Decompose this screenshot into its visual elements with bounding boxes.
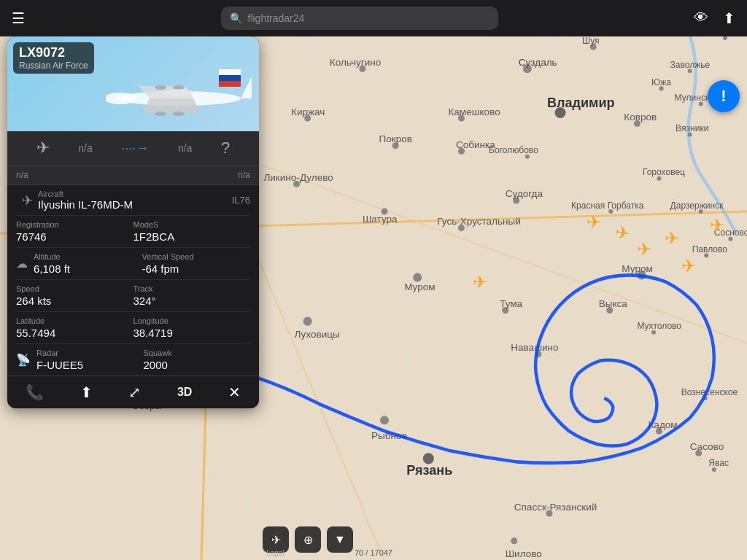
aircraft-icon: ✈ bbox=[36, 139, 50, 158]
close-button[interactable]: ✕ bbox=[228, 384, 241, 401]
svg-text:Шатура: Шатура bbox=[363, 214, 398, 225]
map-counter: 70 / 17047 bbox=[355, 548, 392, 557]
squawk-value: 2000 bbox=[144, 359, 251, 371]
svg-point-65 bbox=[413, 273, 422, 281]
track-cell: Track 324° bbox=[133, 284, 251, 307]
svg-point-153 bbox=[106, 93, 136, 104]
vspeed-label: Vertical Speed bbox=[142, 252, 251, 261]
svg-marker-155 bbox=[142, 98, 201, 113]
svg-text:Вязники: Вязники bbox=[676, 123, 708, 133]
svg-text:Навашино: Навашино bbox=[511, 342, 558, 353]
expand-icon: ⤢ bbox=[128, 384, 141, 401]
flight-panel: LX9072 Russian Air Force bbox=[7, 36, 259, 408]
modes-cell: ModeS 1F2BCA bbox=[133, 220, 251, 243]
svg-point-61 bbox=[380, 416, 389, 424]
search-text: flightradar24 bbox=[248, 12, 305, 24]
altitude-cell: Altitude 6,108 ft bbox=[34, 252, 142, 275]
svg-text:Владимир: Владимир bbox=[547, 96, 615, 110]
svg-text:Камешково: Камешково bbox=[448, 106, 500, 117]
svg-text:Гусь-Хрустальный: Гусь-Хрустальный bbox=[437, 216, 521, 227]
longitude-cell: Longitude 38.4719 bbox=[133, 316, 251, 339]
speed-cell: Speed 264 kts bbox=[16, 284, 133, 307]
svg-text:Ковров: Ковров bbox=[624, 112, 657, 122]
alert-button[interactable]: ! bbox=[708, 80, 740, 112]
svg-text:✈: ✈ bbox=[587, 212, 601, 232]
route-bar: ✈ n/a ····→ n/a ? bbox=[7, 131, 259, 166]
squawk-label: Squawk bbox=[144, 349, 251, 357]
phone-icon: 📞 bbox=[26, 384, 44, 401]
svg-point-158 bbox=[173, 112, 185, 116]
altitude-label: Altitude bbox=[34, 252, 142, 261]
share-button[interactable]: ⬆ bbox=[80, 384, 93, 401]
svg-point-59 bbox=[303, 317, 312, 326]
filter-button[interactable]: ▼ bbox=[327, 526, 353, 553]
registration-label: Registration bbox=[16, 220, 133, 229]
share-button[interactable]: ⬆ bbox=[723, 9, 735, 27]
svg-text:Луховицы: Луховицы bbox=[295, 329, 340, 340]
expand-button[interactable]: ⤢ bbox=[128, 384, 141, 401]
svg-text:Южа: Южа bbox=[651, 77, 671, 88]
data-rows: ✈ Aircraft Ilyushin IL-76MD-M IL76 Regis… bbox=[7, 185, 259, 376]
vspeed-cell: Vertical Speed -64 fpm bbox=[142, 252, 251, 275]
threed-button[interactable]: 3D bbox=[177, 386, 192, 399]
registration-row: Registration 76746 ModeS 1F2BCA bbox=[16, 216, 250, 248]
svg-point-63 bbox=[423, 453, 434, 464]
bottom-toolbar: 📞 ⬆ ⤢ 3D ✕ bbox=[7, 376, 259, 408]
radar-icon: 📡 bbox=[16, 353, 31, 367]
svg-text:Спасск-Рязанский: Спасск-Рязанский bbox=[514, 502, 597, 513]
aircraft-type-label: Aircraft bbox=[38, 190, 232, 198]
svg-text:Гороховец: Гороховец bbox=[643, 167, 685, 177]
altitude-value: 6,108 ft bbox=[34, 262, 142, 275]
phone-button[interactable]: 📞 bbox=[26, 384, 44, 401]
svg-text:Муром: Муром bbox=[404, 281, 435, 292]
radar-label: Radar bbox=[36, 349, 144, 357]
svg-text:Павлово: Павлово bbox=[692, 244, 728, 254]
latitude-value: 55.7494 bbox=[16, 327, 133, 339]
status-bar: n/a n/a bbox=[7, 166, 259, 185]
alert-icon: ! bbox=[721, 87, 726, 106]
aircraft-header: LX9072 Russian Air Force bbox=[7, 36, 259, 131]
registration-value: 76746 bbox=[16, 230, 133, 243]
speed-row: Speed 264 kts Track 324° bbox=[16, 280, 250, 312]
topbar: ☰ 🔍 flightradar24 👁 ⬆ bbox=[0, 0, 747, 36]
svg-text:✈: ✈ bbox=[473, 272, 487, 292]
svg-text:Покров: Покров bbox=[379, 133, 412, 144]
crosshair-button[interactable]: ⊕ bbox=[295, 526, 321, 553]
coords-row: Latitude 55.7494 Longitude 38.4719 bbox=[16, 312, 250, 344]
svg-text:✈: ✈ bbox=[681, 256, 696, 276]
speed-value: 264 kts bbox=[16, 295, 133, 307]
svg-text:Мулинск: Мулинск bbox=[675, 93, 710, 103]
route-arrow: ····→ bbox=[121, 141, 149, 156]
altitude-row: ☁ Altitude 6,108 ft Vertical Speed -64 f… bbox=[16, 248, 250, 280]
registration-cell: Registration 76746 bbox=[16, 220, 133, 243]
share-icon: ⬆ bbox=[80, 384, 93, 401]
close-icon: ✕ bbox=[228, 384, 241, 401]
svg-rect-151 bbox=[219, 81, 241, 87]
legal-text[interactable]: Legal bbox=[266, 549, 284, 557]
search-bar[interactable]: 🔍 flightradar24 bbox=[221, 7, 498, 30]
svg-text:Рязань: Рязань bbox=[406, 463, 452, 478]
radar-value: F-UUEE5 bbox=[36, 359, 144, 371]
svg-text:Выкса: Выкса bbox=[599, 298, 628, 309]
aircraft-type-value: Ilyushin IL-76MD-M bbox=[38, 198, 232, 211]
vspeed-value: -64 fpm bbox=[142, 262, 251, 275]
longitude-label: Longitude bbox=[133, 316, 251, 325]
modes-value: 1F2BCA bbox=[133, 230, 251, 243]
radar-cell: Radar F-UUEE5 bbox=[36, 349, 144, 371]
svg-text:Шуя: Шуя bbox=[582, 36, 599, 46]
speed-label: Speed bbox=[16, 284, 133, 293]
aircraft-type-row: ✈ Aircraft Ilyushin IL-76MD-M IL76 bbox=[16, 185, 250, 216]
binoculars-button[interactable]: 👁 bbox=[694, 9, 708, 27]
svg-text:Боголюбово: Боголюбово bbox=[489, 145, 538, 155]
svg-text:Заволжье: Заволжье bbox=[670, 60, 711, 70]
aircraft-silhouette bbox=[106, 66, 252, 124]
airline: Russian Air Force bbox=[19, 61, 88, 71]
callsign: LX9072 bbox=[19, 45, 88, 61]
status-left: n/a bbox=[16, 170, 28, 180]
right-icons: 👁 ⬆ bbox=[694, 9, 735, 27]
track-value: 324° bbox=[133, 295, 251, 307]
squawk-cell: Squawk 2000 bbox=[144, 349, 251, 371]
menu-button[interactable]: ☰ bbox=[12, 9, 25, 27]
svg-point-159 bbox=[155, 85, 166, 90]
flight-id-box: LX9072 Russian Air Force bbox=[13, 42, 94, 74]
